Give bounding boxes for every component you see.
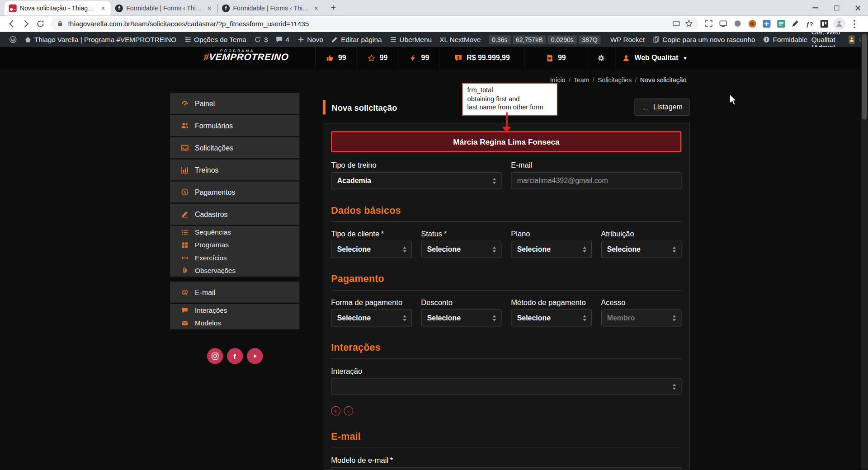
tipo-de-treino-select[interactable]: Academia — [331, 172, 501, 189]
interacao-select[interactable] — [331, 378, 681, 395]
add-row-icon[interactable]: + — [331, 406, 340, 416]
window-controls — [805, 0, 868, 15]
comments-menu[interactable]: 4 — [272, 32, 293, 47]
sidebar-item-pagamentos[interactable]: $Pagamentos — [170, 182, 300, 203]
sidebar-item-modelos[interactable]: Modelos — [170, 316, 300, 329]
field-label: Modelo de e-mail* — [331, 456, 681, 464]
extension-icon-teal[interactable] — [776, 19, 786, 28]
maximize-button[interactable] — [826, 0, 847, 15]
documents-counter[interactable]: 99 — [524, 47, 587, 69]
extension-icon-orange[interactable] — [747, 19, 757, 28]
user-avatar[interactable] — [849, 35, 854, 44]
tab-formidable-1[interactable]: f Formidable | Forms ‹ Thiago Vare × — [111, 1, 217, 15]
browser-menu-icon[interactable] — [850, 19, 859, 28]
sidebar-item-interacoes[interactable]: Interações — [170, 304, 300, 316]
url-bar[interactable]: thiagovarella.com.br/team/solicitacoes/c… — [51, 18, 699, 30]
energy-counter[interactable]: 99 — [398, 47, 439, 69]
settings-button[interactable] — [587, 47, 615, 69]
wp-rocket-menu[interactable]: WP Rocket — [606, 32, 648, 47]
status-select[interactable]: Selecione — [421, 241, 501, 258]
stars-counter[interactable]: 99 — [357, 47, 398, 69]
instagram-icon[interactable] — [207, 348, 223, 364]
remove-row-icon[interactable]: − — [344, 406, 353, 416]
svg-text:@: @ — [182, 288, 188, 296]
close-window-button[interactable] — [847, 0, 868, 15]
money-counter[interactable]: $R$ 99.999,99 — [439, 47, 524, 69]
new-tab-button[interactable]: + — [326, 1, 340, 15]
formidable-menu[interactable]: fFormidable — [759, 32, 811, 47]
modelo-email-select[interactable] — [331, 467, 681, 470]
tab-close-icon[interactable]: × — [100, 4, 106, 12]
facebook-icon[interactable]: f — [226, 348, 243, 364]
kanban-extension-icon[interactable] — [819, 19, 829, 28]
extension-icon-blue[interactable] — [762, 19, 771, 28]
likes-counter[interactable]: 99 — [315, 47, 357, 69]
edit-icon — [180, 210, 189, 218]
pen-extension-icon[interactable] — [791, 19, 800, 28]
ubermenu-menu[interactable]: UberMenu — [386, 32, 436, 47]
updates-menu[interactable]: 3 — [250, 32, 272, 47]
breadcrumb-link[interactable]: Team — [574, 77, 589, 84]
wp-logo-icon[interactable] — [5, 32, 20, 47]
social-links: f — [170, 348, 300, 364]
money-icon: $ — [180, 188, 189, 196]
scrollbar-thumb[interactable] — [862, 34, 867, 120]
sidebar-item-email[interactable]: @E-mail — [170, 282, 300, 303]
youtube-icon[interactable] — [247, 348, 263, 364]
theme-options-menu[interactable]: Opções do Tema — [180, 32, 250, 47]
sidebar-item-exercicios[interactable]: Exercícios — [170, 251, 300, 264]
bookmark-star-icon[interactable] — [685, 19, 693, 28]
site-logo[interactable]: PROGRAMA #VEMPROTREINO — [203, 49, 271, 62]
fullscreen-extension-icon[interactable] — [704, 19, 714, 28]
extension-icon-gray[interactable] — [733, 19, 742, 28]
client-name-banner: Márcia Regina Lima Fonseca — [331, 131, 681, 152]
tab-formidable-2[interactable]: f Formidable | Forms ‹ Thiago Vare × — [217, 1, 324, 15]
metodo-pagamento-select[interactable]: Selecione — [511, 309, 591, 326]
edit-page-menu[interactable]: Editar página — [327, 32, 386, 47]
new-content-menu[interactable]: Novo — [293, 32, 327, 47]
tab-close-icon[interactable]: × — [206, 4, 212, 12]
user-menu[interactable]: Web Qualitat▾ — [615, 47, 693, 69]
sidebar-item-formularios[interactable]: Formulários — [170, 115, 300, 136]
screenshot-icon[interactable] — [672, 19, 680, 28]
sidebar-item-painel[interactable]: Painel — [170, 93, 300, 114]
page-scrollbar[interactable] — [861, 32, 868, 470]
section-title-email: E-mail — [331, 431, 681, 443]
select-arrows-icon — [403, 315, 406, 321]
xl-nextmove-menu[interactable]: XL NextMove — [436, 32, 485, 47]
sidebar-item-observacoes[interactable]: Observações — [170, 264, 300, 277]
svg-text:$: $ — [184, 189, 186, 194]
forward-icon[interactable] — [19, 16, 33, 31]
field-status: Status* Selecione — [421, 230, 501, 258]
forma-pagamento-select[interactable]: Selecione — [331, 309, 411, 326]
desconto-select[interactable]: Selecione — [421, 309, 501, 326]
sidebar-item-treinos[interactable]: Treinos — [170, 160, 300, 181]
perf-query-time-badge: 0.0290s — [547, 35, 577, 44]
atribuicao-select[interactable]: Selecione — [601, 241, 681, 258]
copy-draft-menu[interactable]: Copie para um novo rascunho — [649, 32, 759, 47]
page-title: Nova solicitação — [331, 103, 397, 112]
field-tipo-de-cliente: Tipo de cliente* Selecione — [331, 230, 411, 258]
mouse-cursor — [728, 94, 738, 107]
inbox-icon — [180, 144, 189, 151]
minimize-button[interactable] — [805, 0, 826, 15]
gear-icon — [597, 54, 605, 61]
breadcrumb-link[interactable]: Solicitações — [598, 77, 632, 84]
url-text[interactable]: thiagovarella.com.br/team/solicitacoes/c… — [68, 19, 672, 27]
sidebar-item-programas[interactable]: Programas — [170, 239, 300, 251]
reload-icon[interactable] — [33, 16, 47, 31]
tipo-de-cliente-select[interactable]: Selecione — [331, 241, 411, 258]
tab-close-icon[interactable]: × — [313, 4, 319, 12]
plano-select[interactable]: Selecione — [511, 241, 591, 258]
sidebar-item-cadastros[interactable]: Cadastros — [170, 204, 300, 225]
function-extension-icon[interactable]: ƒ? — [805, 19, 814, 28]
tab-nova-solicitacao[interactable]: Nova solicitação - Thiago Varella × — [5, 1, 111, 15]
cast-extension-icon[interactable] — [718, 19, 728, 28]
listagem-button[interactable]: ←Listagem — [634, 99, 689, 116]
sidebar-item-solicitacoes[interactable]: Solicitações — [170, 137, 300, 159]
site-name-menu[interactable]: Thiago Varella | Programa #VEMPROTREINO — [20, 32, 180, 47]
field-label: E-mail — [511, 161, 681, 169]
email-input[interactable]: marcialima4392@gmail.com — [511, 172, 681, 189]
sidebar-item-sequencias[interactable]: Sequências — [170, 226, 300, 239]
back-icon[interactable] — [5, 16, 19, 31]
